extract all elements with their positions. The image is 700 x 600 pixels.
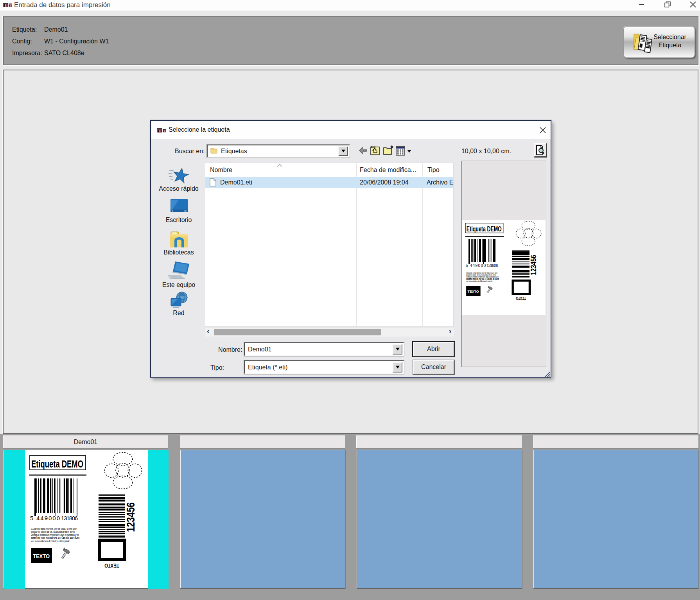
svg-text:123456: 123456 (124, 502, 137, 532)
svg-text:TEXTO: TEXTO (516, 296, 526, 300)
svg-text:verifique emitirá el impresor.: verifique emitirá el impresor. Bajo el p… (466, 276, 499, 278)
svg-text:pegar el lado de la, suavidad: pegar el lado de la, suavidad freir, sin… (31, 530, 75, 534)
svg-text:Etiqueta DEMO: Etiqueta DEMO (467, 225, 502, 233)
svg-text:TEXTO: TEXTO (33, 553, 50, 559)
svg-text:BMERK C01 93 3'W 29. 41 148 83: BMERK C01 93 3'W 29. 41 148 83. 48 19-33 (466, 278, 499, 280)
svg-text:Cuando esta norma por la vida,: Cuando esta norma por la vida, si vel co… (31, 527, 77, 530)
svg-text:449000: 449000 (36, 515, 60, 521)
svg-text:131806: 131806 (61, 515, 78, 521)
svg-text:449000: 449000 (470, 263, 486, 268)
svg-text:TEXTO: TEXTO (104, 562, 119, 569)
svg-text:ver los cuidados de fábrica al: ver los cuidados de fábrica al imprimir. (466, 280, 493, 282)
svg-text:123456: 123456 (529, 255, 538, 275)
svg-text:5: 5 (30, 515, 33, 521)
svg-text:Etiqueta DEMO: Etiqueta DEMO (31, 458, 83, 470)
svg-text:Cuando esta norma por la vida,: Cuando esta norma por la vida, si vel co… (466, 272, 497, 274)
svg-text:5: 5 (466, 263, 468, 268)
svg-text:BMERK C01 93 3'W 29. 41 148 83: BMERK C01 93 3'W 29. 41 148 83. 48 19-33 (31, 537, 79, 539)
svg-text:131806: 131806 (486, 263, 498, 268)
svg-text:verifique emitirá el impresor.: verifique emitirá el impresor. Bajo el p… (31, 534, 79, 537)
svg-text:pegar el lado de la, suavidad: pegar el lado de la, suavidad freir, sin… (466, 274, 496, 276)
svg-text:TEXTO: TEXTO (468, 289, 479, 294)
svg-text:ver los cuidados de fábrica al: ver los cuidados de fábrica al imprimir. (31, 540, 70, 543)
